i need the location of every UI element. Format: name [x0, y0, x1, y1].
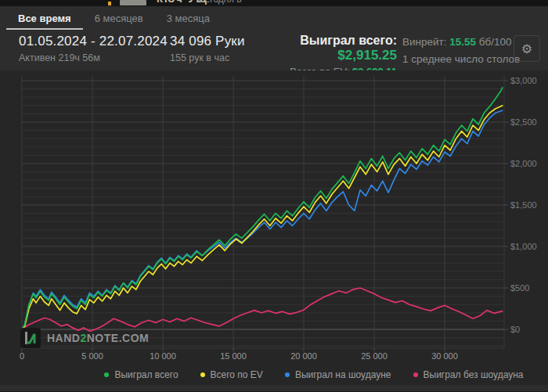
winrate-stat: Винрейт: 15.55 бб/100 1 среднее число ст…	[402, 36, 520, 65]
y-axis-label: $500	[510, 283, 529, 293]
tab-all-time[interactable]: Все время	[6, 6, 83, 30]
period-range: 01.05.2024 - 22.07.2024	[19, 34, 168, 49]
winrate-label: Винрейт:	[402, 36, 447, 48]
wordmark-note: NOTE.COM	[87, 332, 149, 344]
tab-6-months[interactable]: 6 месяцев	[83, 6, 155, 30]
winrate-unit: бб/100	[479, 36, 512, 48]
hand2note-logo-icon	[20, 328, 41, 348]
legend-item[interactable]: Выиграл на шоудауне	[285, 369, 391, 380]
avg-tables: 1 среднее число столов	[402, 53, 520, 65]
y-axis-label: $2,500	[510, 117, 537, 127]
y-axis-label: $1,500	[510, 200, 537, 210]
tab-3-months[interactable]: 3 месяца	[155, 6, 222, 30]
y-axis-label: $1,000	[510, 242, 537, 251]
x-axis-label: 10 000	[150, 351, 176, 361]
chart-legend: Выиграл всегоВсего по EVВыиграл на шоуда…	[86, 368, 542, 382]
x-axis-label: 15 000	[220, 351, 247, 361]
hand2note-watermark: HAND2NOTE.COM	[20, 328, 149, 348]
legend-item[interactable]: Всего по EV	[200, 369, 263, 380]
period-tabbar: Все время 6 месяцев 3 месяца	[0, 6, 548, 30]
legend-dot-icon	[285, 372, 290, 377]
background-fragment-thumbnail	[120, 0, 146, 5]
background-fragment-timestamp: Сегодня в	[198, 0, 242, 5]
app-window: КЮч УЩ Сегодня в Все время 6 месяцев 3 м…	[0, 0, 548, 392]
background-window-strip: КЮч УЩ Сегодня в	[0, 0, 548, 6]
hand2note-wordmark: HAND2NOTE.COM	[47, 332, 149, 344]
winnings-chart[interactable]: 05 00010 00015 00020 00025 00030 000$0$5…	[0, 70, 548, 364]
legend-label: Выиграл без шоудауна	[424, 369, 524, 380]
legend-label: Всего по EV	[211, 369, 263, 380]
wordmark-2: 2	[80, 332, 86, 344]
hands-per-hour: 155 рук в час	[170, 52, 245, 63]
legend-item[interactable]: Выиграл без шоудауна	[413, 369, 524, 380]
x-axis-label: 0	[20, 351, 24, 361]
chart-region: 05 00010 00015 00020 00025 00030 000$0$5…	[0, 70, 548, 385]
hands-count: 34 096 Руки	[170, 34, 245, 49]
period-stat: 01.05.2024 - 22.07.2024 Активен 219ч 56м	[19, 34, 168, 63]
legend-dot-icon	[200, 372, 205, 377]
legend-label: Выиграл всего	[114, 369, 178, 380]
hand2note-results-panel: Все время 6 месяцев 3 месяца 01.05.2024 …	[0, 6, 548, 392]
gear-icon: ⚙	[521, 41, 532, 56]
total-won-value: $2,915.25	[337, 48, 397, 63]
legend-dot-icon	[413, 372, 418, 377]
x-axis-label: 20 000	[290, 351, 317, 361]
legend-label: Выиграл на шоудауне	[295, 369, 391, 380]
wordmark-hand: HAND	[47, 332, 80, 344]
y-axis-label: $2,000	[510, 159, 537, 168]
y-axis-label: $0	[510, 325, 520, 334]
x-axis-label: 5 000	[81, 351, 103, 361]
y-axis-label: $3,000	[510, 76, 537, 85]
x-axis-label: 30 000	[431, 351, 458, 361]
legend-dot-icon	[104, 372, 109, 377]
settings-button[interactable]: ⚙	[514, 35, 540, 62]
series-line-Выиграл без шоудауна	[22, 288, 503, 331]
background-fragment-yellow	[108, 2, 111, 5]
active-time: Активен 219ч 56м	[19, 52, 168, 63]
total-won-label: Выиграл всего:	[300, 34, 397, 47]
x-axis-label: 25 000	[361, 351, 388, 361]
winrate-value: 15.55	[449, 36, 476, 48]
hands-stat: 34 096 Руки 155 рук в час	[170, 34, 245, 63]
stats-header: 01.05.2024 - 22.07.2024 Активен 219ч 56м…	[0, 30, 548, 70]
series-line-Выиграл всего	[22, 88, 503, 329]
legend-item[interactable]: Выиграл всего	[104, 369, 178, 380]
